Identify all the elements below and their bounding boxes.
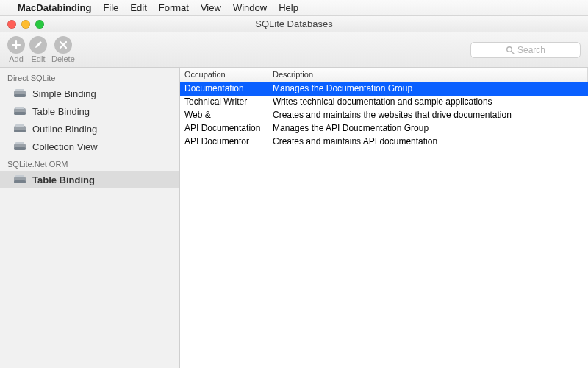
sidebar-item-label: Table Binding xyxy=(32,106,90,117)
app-menu[interactable]: MacDatabinding xyxy=(18,2,91,13)
edit-button[interactable]: Edit xyxy=(29,36,47,63)
svg-line-1 xyxy=(512,52,514,54)
search-icon xyxy=(506,46,514,54)
x-icon xyxy=(54,36,72,54)
table-row[interactable]: Technical Writer Writes technical docume… xyxy=(180,96,588,109)
sidebar-item-label: Outline Binding xyxy=(32,124,97,135)
menu-format[interactable]: Format xyxy=(159,2,189,13)
cell-description: Creates and maintains the websites that … xyxy=(268,109,588,122)
sidebar-item-label: Simple Binding xyxy=(32,88,96,99)
svg-rect-13 xyxy=(15,142,24,144)
table-row[interactable]: Web & Creates and maintains the websites… xyxy=(180,109,588,122)
menu-window[interactable]: Window xyxy=(233,2,267,13)
svg-rect-12 xyxy=(14,147,26,150)
sidebar-item-table-binding[interactable]: Table Binding xyxy=(0,102,179,120)
source-list[interactable]: Direct SQLite Simple Binding Table Bindi… xyxy=(0,68,180,368)
table-row[interactable]: Documentation Manages the Documentation … xyxy=(180,82,588,96)
add-button[interactable]: Add xyxy=(7,36,25,63)
main-split: Direct SQLite Simple Binding Table Bindi… xyxy=(0,68,588,368)
toolbar: Add Edit Delete Search xyxy=(0,32,588,68)
app-window: SQLite Databases Add Edit Delete Search xyxy=(0,16,588,368)
menu-help[interactable]: Help xyxy=(279,2,298,13)
cell-occupation: API Documentation xyxy=(180,122,268,135)
plus-icon xyxy=(7,36,25,54)
svg-rect-15 xyxy=(14,180,26,183)
column-header-occupation[interactable]: Occupation xyxy=(180,68,268,82)
pencil-icon xyxy=(29,36,47,54)
system-menubar: MacDatabinding File Edit Format View Win… xyxy=(0,0,588,16)
window-titlebar: SQLite Databases xyxy=(0,16,588,32)
sidebar-group-header: SQLite.Net ORM xyxy=(0,155,179,171)
cell-description: Manages the Documentation Group xyxy=(268,82,588,96)
svg-rect-3 xyxy=(14,94,26,97)
zoom-window-button[interactable] xyxy=(35,20,44,29)
cell-description: Creates and maintains API documentation xyxy=(268,135,588,149)
svg-rect-10 xyxy=(15,124,24,127)
sidebar-item-label: Collection View xyxy=(32,141,98,152)
delete-button[interactable]: Delete xyxy=(51,36,75,63)
sidebar-item-label: Table Binding xyxy=(32,174,95,185)
column-header-description[interactable]: Description xyxy=(268,68,588,82)
add-label: Add xyxy=(9,54,24,63)
menu-edit[interactable]: Edit xyxy=(130,2,146,13)
svg-rect-16 xyxy=(15,175,24,177)
close-window-button[interactable] xyxy=(7,20,16,29)
cell-occupation: Web & xyxy=(180,109,268,122)
sidebar-group-header: Direct SQLite xyxy=(0,69,179,85)
table-body[interactable]: Documentation Manages the Documentation … xyxy=(180,82,588,368)
sidebar-item-collection-view[interactable]: Collection View xyxy=(0,138,179,155)
svg-rect-4 xyxy=(15,89,24,91)
cell-description: Writes technical documentation and sampl… xyxy=(268,96,588,109)
window-controls xyxy=(0,20,44,29)
cell-description: Manages the API Doucmentation Group xyxy=(268,122,588,135)
minimize-window-button[interactable] xyxy=(21,20,30,29)
table-header: Occupation Description xyxy=(180,68,588,82)
disk-icon xyxy=(13,124,26,134)
sidebar-item-simple-binding[interactable]: Simple Binding xyxy=(0,85,179,102)
table-row[interactable]: API Documentation Manages the API Doucme… xyxy=(180,122,588,135)
svg-rect-7 xyxy=(15,107,24,109)
delete-label: Delete xyxy=(51,54,75,63)
svg-rect-9 xyxy=(14,130,26,132)
sidebar-item-orm-table-binding[interactable]: Table Binding xyxy=(0,171,179,188)
cell-occupation: Technical Writer xyxy=(180,96,268,109)
search-placeholder: Search xyxy=(517,45,545,55)
disk-icon xyxy=(13,88,26,99)
disk-icon xyxy=(13,141,26,152)
cell-occupation: API Documentor xyxy=(180,135,268,149)
disk-icon xyxy=(13,106,26,116)
cell-occupation: Documentation xyxy=(180,82,268,96)
search-field[interactable]: Search xyxy=(470,42,581,58)
disk-icon xyxy=(13,174,26,185)
table-row[interactable]: API Documentor Creates and maintains API… xyxy=(180,135,588,149)
menu-view[interactable]: View xyxy=(201,2,221,13)
table-view: Occupation Description Documentation Man… xyxy=(180,68,588,368)
window-title: SQLite Databases xyxy=(0,18,588,29)
menu-file[interactable]: File xyxy=(103,2,118,13)
edit-label: Edit xyxy=(32,54,46,63)
svg-point-0 xyxy=(507,46,512,52)
svg-rect-6 xyxy=(14,112,26,115)
sidebar-item-outline-binding[interactable]: Outline Binding xyxy=(0,120,179,138)
